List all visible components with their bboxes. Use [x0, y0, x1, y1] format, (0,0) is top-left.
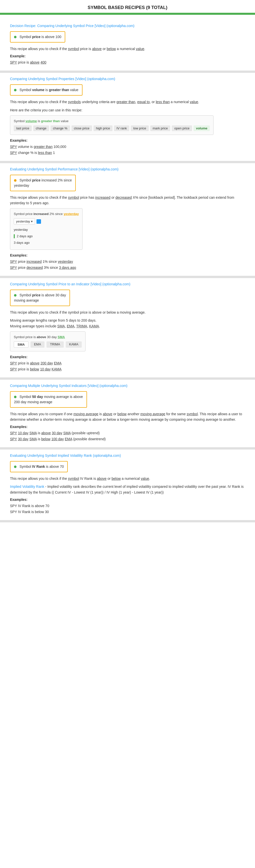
bullet-icon-2 [14, 89, 16, 91]
comparing-properties-link[interactable]: Comparing Underlying Symbol Properties [… [10, 77, 245, 81]
recipe-box-5: Symbol 50 day moving average is above200… [10, 391, 87, 408]
section-decision-recipe: Decision Recipe: Comparing Underlying Sy… [0, 20, 255, 71]
bullet-icon-5 [14, 396, 16, 398]
option-label-2days: 2 days ago [17, 233, 33, 240]
example-text-1: SPY price is above 400 [10, 60, 245, 66]
criteria-title-2: Symbol volume is greater than value [14, 119, 210, 123]
tag-high-price: high price [94, 125, 112, 131]
tag-open-price: open price [172, 125, 192, 131]
example-label-3: Examples: [10, 253, 245, 257]
desc-2b: Here are the criteria you can use in thi… [10, 107, 245, 113]
recipe-box-text-1: Symbol price is above 100 [20, 35, 61, 39]
bullet-icon-4 [14, 294, 16, 297]
section-implied-volatility: Evaluating Underlying Symbol Implied Vol… [0, 450, 255, 520]
lookback-box-3: Symbol price increased 2% since yesterda… [10, 208, 82, 250]
tag-close-price: close price [72, 125, 92, 131]
dropdown-select-3[interactable]: yesterday ▾ [14, 218, 35, 224]
lookback-options-3: yesterday 2 days ago 3 days ago [14, 226, 79, 246]
example-text-4: SPY price is above 200 day EMA SPY price… [10, 361, 245, 372]
option-label-yesterday: yesterday [14, 226, 28, 233]
comparing-multiple-link[interactable]: Comparing Multiple Underlying Symbol Ind… [10, 384, 245, 388]
decision-recipe-link[interactable]: Decision Recipe: Comparing Underlying Sy… [10, 24, 245, 28]
lookback-dropdown-3: yesterday ▾ [14, 218, 79, 224]
tag-low-price: low price [131, 125, 148, 131]
tag-last-price: last price [14, 125, 32, 131]
lookback-option-3days: 3 days ago [14, 240, 79, 246]
green-progress-bar [0, 13, 255, 15]
recipe-box-text-4: Symbol price is above 30 daymoving avera… [14, 293, 66, 302]
dropdown-arrow-3: ▾ [31, 219, 33, 223]
desc-6: This recipe allows you to check if the s… [10, 476, 245, 481]
recipe-box-text-2: Symbol volume is greater than value [20, 88, 78, 92]
tag-change: change [33, 125, 49, 131]
recipe-box-text-5: Symbol 50 day moving average is above200… [14, 395, 83, 404]
page-container: SYMBOL BASED RECIPES (9 TOTAL) Decision … [0, 0, 255, 522]
lookback-option-yesterday: yesterday [14, 226, 79, 233]
example-label-1: Example: [10, 54, 245, 58]
iv-rank-desc: - Implied volatility rank describes the … [10, 485, 244, 494]
section-comparing-indicator: Comparing Underlying Symbol Price to an … [0, 278, 255, 378]
dropdown-value-3: yesterday [16, 219, 30, 223]
divider-2 [0, 161, 255, 163]
tag-iv-rank: IV rank [114, 125, 129, 131]
recipe-box-text-6: Symbol IV Rank is above 70 [20, 465, 64, 469]
ma-title-4: Symbol price is above 30 day SMA [14, 335, 82, 339]
divider-6 [0, 520, 255, 522]
ma-tag-trima[interactable]: TRIMA [46, 341, 64, 348]
iv-rank-link[interactable]: Implied Volatility Rank [10, 485, 44, 489]
example-text-6: SPY IV Rank is above 70 SPY IV Rank is b… [10, 503, 245, 515]
example-label-6: Examples: [10, 498, 245, 502]
implied-volatility-link[interactable]: Evaluating Underlying Symbol Implied Vol… [10, 454, 245, 458]
comparing-indicator-link[interactable]: Comparing Underlying Symbol Price to an … [10, 282, 245, 286]
desc-3: This recipe allows you to check if the s… [10, 195, 245, 206]
example-text-5: SPY 10 day SMA is above 30 day SMA (poss… [10, 430, 245, 442]
evaluating-performance-link[interactable]: Evaluating Underlying Symbol Performance… [10, 167, 245, 171]
lookback-option-2days: 2 days ago [14, 233, 79, 240]
example-text-3: SPY price increased 1% since yesterday S… [10, 259, 245, 271]
example-label-5: Examples: [10, 425, 245, 429]
option-label-3days: 3 days ago [14, 240, 30, 246]
desc-5: This recipe allows you to compare if one… [10, 411, 245, 423]
bullet-icon-3 [14, 179, 16, 182]
lookback-title-3: Symbol price increased 2% since yesterda… [14, 212, 79, 216]
example-label-4: Examples: [10, 355, 245, 359]
section-comparing-multiple: Comparing Multiple Underlying Symbol Ind… [0, 380, 255, 447]
divider-3 [0, 276, 255, 278]
page-title: SYMBOL BASED RECIPES (9 TOTAL) [0, 0, 255, 13]
desc-1: This recipe allows you to check if the s… [10, 46, 245, 52]
divider-5 [0, 447, 255, 450]
tag-volume: volume [193, 125, 210, 131]
recipe-box-1: Symbol price is above 100 [10, 31, 65, 42]
example-label-2: Examples: [10, 138, 245, 143]
bullet-icon-1 [14, 36, 16, 38]
ma-tag-ema[interactable]: EMA [31, 341, 44, 348]
ma-tag-kama[interactable]: KAMA [66, 341, 82, 348]
divider-1 [0, 71, 255, 73]
recipe-box-3: Symbol price increased 2% sinceyesterday [10, 175, 76, 191]
option-bar-2days [14, 234, 15, 238]
criteria-box-2: Symbol volume is greater than value last… [10, 115, 214, 135]
recipe-box-text-3: Symbol price increased 2% sinceyesterday [14, 178, 72, 187]
criteria-tags-2: last price change change % close price h… [14, 125, 210, 131]
ma-tags-4: SMA EMA TRIMA KAMA [14, 341, 82, 348]
bullet-icon-6 [14, 466, 16, 468]
recipe-box-2: Symbol volume is greater than value [10, 84, 82, 96]
recipe-box-6: Symbol IV Rank is above 70 [10, 461, 68, 472]
ma-box-4: Symbol price is above 30 day SMA SMA EMA… [10, 331, 85, 351]
desc-4: This recipe allows you to check if the s… [10, 310, 245, 315]
desc-2: This recipe allows you to check if the s… [10, 99, 245, 104]
divider-4 [0, 378, 255, 380]
example-text-2: SPY volume is greater than 100,000 SPY c… [10, 144, 245, 156]
section-comparing-properties: Comparing Underlying Symbol Properties [… [0, 73, 255, 161]
desc-6b: Implied Volatility Rank - Implied volati… [10, 484, 245, 495]
desc-4b: Moving average lengths range from 5 days… [10, 318, 245, 329]
tag-change-pct: change % [50, 125, 70, 131]
ma-tag-sma[interactable]: SMA [14, 341, 29, 348]
calendar-icon-3[interactable] [36, 219, 41, 224]
recipe-box-4: Symbol price is above 30 daymoving avera… [10, 289, 70, 306]
tag-mark-price: mark price [150, 125, 171, 131]
section-evaluating-performance: Evaluating Underlying Symbol Performance… [0, 163, 255, 276]
